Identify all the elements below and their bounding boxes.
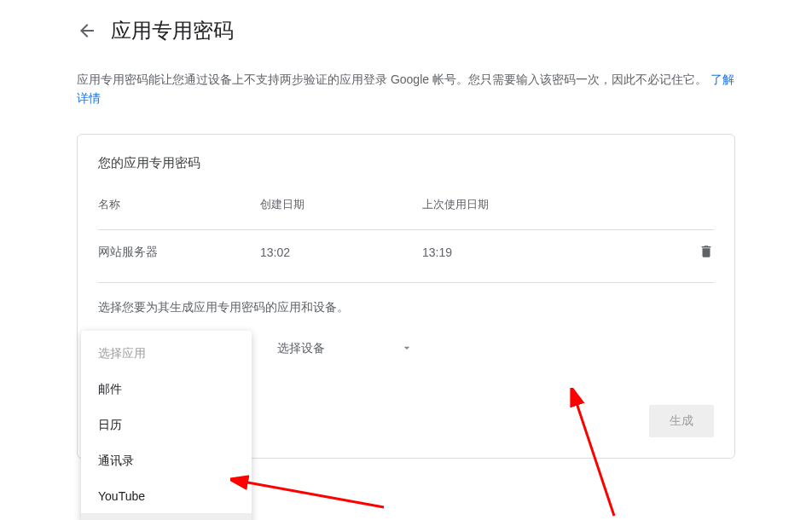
table-header: 名称 创建日期 上次使用日期 xyxy=(98,197,714,229)
page-title: 应用专用密码 xyxy=(111,17,234,44)
cell-created: 13:02 xyxy=(260,246,422,259)
dropdown-item-mail[interactable]: 邮件 xyxy=(81,372,252,407)
dropdown-item-contacts[interactable]: 通讯录 xyxy=(81,443,252,479)
table-row: 网站服务器 13:02 13:19 xyxy=(98,229,714,275)
dropdown-item-calendar[interactable]: 日历 xyxy=(81,407,252,443)
col-header-used: 上次使用日期 xyxy=(422,197,688,212)
passwords-card: 您的应用专用密码 名称 创建日期 上次使用日期 网站服务器 13:02 13:1… xyxy=(77,134,735,459)
device-select-placeholder: 选择设备 xyxy=(277,341,325,356)
app-select[interactable]: 选择应用 选择应用 邮件 日历 通讯录 YouTube 其他（自定义名称） xyxy=(98,336,235,362)
dropdown-item-youtube[interactable]: YouTube xyxy=(81,479,252,513)
app-dropdown-menu: 选择应用 邮件 日历 通讯录 YouTube 其他（自定义名称） xyxy=(81,331,252,520)
dropdown-item-placeholder[interactable]: 选择应用 xyxy=(81,336,252,372)
dropdown-item-other[interactable]: 其他（自定义名称） xyxy=(81,513,252,520)
description-body: 应用专用密码能让您通过设备上不支持两步验证的应用登录 Google 帐号。您只需… xyxy=(77,72,707,86)
device-select[interactable]: 选择设备 xyxy=(277,336,414,362)
description-text: 应用专用密码能让您通过设备上不支持两步验证的应用登录 Google 帐号。您只需… xyxy=(0,53,812,108)
back-arrow-icon[interactable] xyxy=(77,20,97,41)
cell-used: 13:19 xyxy=(422,246,688,259)
card-title: 您的应用专用密码 xyxy=(98,155,714,171)
trash-icon[interactable] xyxy=(699,248,714,262)
select-instruction: 选择您要为其生成应用专用密码的应用和设备。 xyxy=(98,300,714,315)
col-header-name: 名称 xyxy=(98,197,260,212)
generate-button[interactable]: 生成 xyxy=(649,405,714,437)
svg-line-0 xyxy=(243,482,384,507)
cell-name: 网站服务器 xyxy=(98,245,260,260)
col-header-created: 创建日期 xyxy=(260,197,422,212)
chevron-down-icon xyxy=(400,341,414,357)
